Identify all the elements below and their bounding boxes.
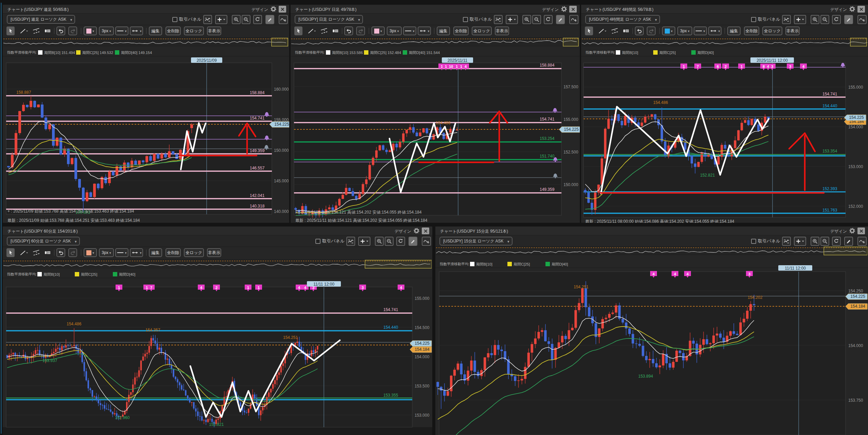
svg-text:154.357: 154.357	[145, 328, 160, 332]
svg-text:154.202: 154.202	[748, 295, 763, 300]
svg-text:154.225: 154.225	[274, 122, 289, 127]
svg-text:153.500: 153.500	[415, 384, 430, 388]
svg-text:4: 4	[674, 272, 676, 276]
svg-text:153.254: 153.254	[540, 136, 555, 141]
svg-text:最新 : 2025/11/11 08:00:00 始値:1: 最新 : 2025/11/11 08:00:00 始値:154.086 高値:1…	[585, 219, 734, 223]
svg-text:3: 3	[789, 65, 791, 69]
svg-text:153.355: 153.355	[383, 393, 398, 398]
svg-text:153.937: 153.937	[42, 358, 57, 363]
svg-text:3: 3	[771, 65, 773, 69]
svg-text:154.225: 154.225	[564, 127, 579, 132]
svg-text:4: 4	[465, 65, 467, 69]
svg-text:154.184: 154.184	[850, 304, 865, 309]
svg-text:157.500: 157.500	[563, 85, 578, 89]
svg-text:153.750: 153.750	[848, 398, 863, 403]
svg-text:154.741: 154.741	[383, 307, 398, 312]
svg-text:154.486: 154.486	[67, 322, 82, 326]
svg-text:151.740: 151.740	[540, 154, 555, 159]
svg-text:154.000: 154.000	[848, 343, 863, 348]
svg-text:149.359: 149.359	[250, 148, 265, 153]
svg-text:1: 1	[258, 286, 260, 290]
svg-text:1: 1	[445, 65, 447, 69]
svg-text:154.250: 154.250	[848, 289, 863, 293]
svg-text:158.884: 158.884	[540, 63, 555, 68]
svg-text:2025/11/09: 2025/11/09	[196, 58, 216, 63]
svg-text:155.000: 155.000	[563, 117, 578, 122]
svg-text:152.393: 152.393	[822, 186, 837, 191]
svg-text:152.960: 152.960	[115, 415, 130, 420]
svg-text:10: 10	[449, 65, 453, 69]
svg-text:7: 7	[150, 286, 152, 290]
svg-text:152.821: 152.821	[700, 173, 715, 178]
svg-text:1: 1	[683, 65, 685, 69]
svg-text:154.440: 154.440	[822, 104, 837, 108]
svg-text:4: 4	[304, 286, 307, 290]
svg-text:8: 8	[763, 65, 765, 69]
svg-text:155.000: 155.000	[848, 85, 863, 90]
svg-text:140.000: 140.000	[274, 209, 289, 214]
svg-text:153.000: 153.000	[848, 164, 863, 169]
svg-text:154.500: 154.500	[415, 325, 430, 330]
svg-text:+ : 2025/11/11 始値:154.121 高値: + : 2025/11/11 始値:154.121 高値:154.202 安値:…	[295, 210, 422, 215]
svg-text:155.000: 155.000	[415, 296, 430, 301]
svg-text:153.354: 153.354	[822, 149, 837, 153]
svg-text:11/11 12:00: 11/11 12:00	[785, 266, 806, 271]
svg-text:1: 1	[456, 65, 458, 69]
svg-text:158.887: 158.887	[16, 90, 31, 95]
svg-text:152.821: 152.821	[209, 422, 224, 427]
svg-text:154.225: 154.225	[415, 341, 430, 346]
svg-text:153.000: 153.000	[415, 413, 430, 418]
svg-text:153.894: 153.894	[638, 374, 653, 379]
svg-text:158.884: 158.884	[250, 90, 265, 95]
svg-text:11/11 12:00: 11/11 12:00	[313, 282, 334, 287]
svg-text:154.184: 154.184	[415, 347, 430, 352]
svg-text:4: 4	[653, 272, 655, 276]
svg-text:154.000: 154.000	[848, 125, 863, 129]
svg-text:150.000: 150.000	[274, 148, 289, 153]
svg-text:140.318: 140.318	[250, 204, 265, 209]
svg-text:1: 1	[146, 286, 148, 290]
svg-text:154.440: 154.440	[383, 325, 398, 330]
svg-text:154.251: 154.251	[574, 285, 589, 289]
svg-text:3: 3	[362, 286, 364, 290]
svg-text:152.000: 152.000	[848, 204, 863, 209]
svg-text:154.741: 154.741	[540, 117, 555, 122]
svg-text:154.741: 154.741	[822, 92, 837, 96]
svg-text:1: 1	[741, 65, 743, 69]
svg-text:142.041: 142.041	[250, 193, 265, 198]
svg-text:2: 2	[725, 65, 727, 69]
svg-text:160.000: 160.000	[274, 87, 289, 92]
svg-text:2025/11/11 12:00: 2025/11/11 12:00	[757, 58, 788, 63]
svg-text:4: 4	[400, 286, 402, 290]
svg-text:2025/11/11: 2025/11/11	[448, 58, 468, 63]
svg-text:6: 6	[717, 65, 719, 69]
svg-text:4: 4	[802, 65, 805, 69]
svg-text:154.225: 154.225	[849, 115, 864, 120]
svg-text:146.557: 146.557	[250, 166, 265, 170]
svg-text:154.000: 154.000	[415, 355, 430, 359]
svg-text:4: 4	[298, 286, 300, 290]
svg-text:154.486: 154.486	[653, 100, 668, 105]
svg-text:151.763: 151.763	[822, 208, 837, 213]
svg-text:154.251: 154.251	[283, 335, 298, 340]
svg-text:最新 : 2025/11/09 始値:153.768 高: 最新 : 2025/11/09 始値:153.768 高値:154.251 安値…	[7, 218, 140, 223]
svg-text:7: 7	[697, 65, 699, 69]
svg-text:4: 4	[687, 272, 689, 276]
svg-text:145.000: 145.000	[274, 179, 289, 183]
svg-text:2: 2	[215, 286, 218, 290]
svg-text:150.000: 150.000	[563, 182, 578, 187]
svg-text:3: 3	[748, 272, 750, 276]
svg-text:1: 1	[460, 65, 462, 69]
svg-text:154.225: 154.225	[850, 294, 865, 299]
svg-text:1: 1	[118, 286, 120, 290]
svg-text:+ : 2025/11/09 始値:153.768 高値: + : 2025/11/09 始値:153.768 高値:154.251 安値:…	[7, 209, 134, 214]
svg-text:4: 4	[200, 286, 203, 290]
svg-text:154.741: 154.741	[250, 116, 265, 121]
svg-text:最新 : 2025/11/11 始値:154.121 高: 最新 : 2025/11/11 始値:154.121 高値:154.202 安値…	[295, 218, 428, 223]
svg-text:149.359: 149.359	[540, 187, 555, 192]
svg-text:152.500: 152.500	[563, 150, 578, 155]
svg-text:1: 1	[247, 286, 249, 290]
svg-text:154.486: 154.486	[436, 121, 451, 125]
